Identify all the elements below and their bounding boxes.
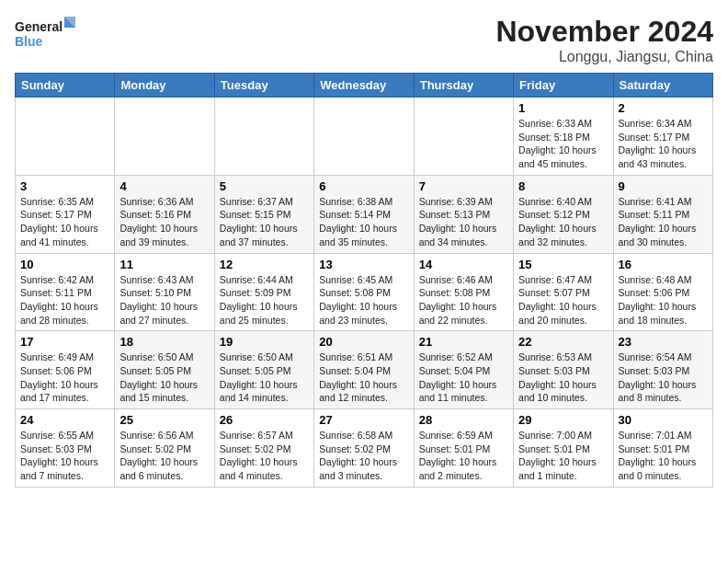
day-info: Sunrise: 6:39 AM Sunset: 5:13 PM Dayligh… [419,195,508,249]
logo-svg: General Blue [15,15,79,55]
calendar-header-row: SundayMondayTuesdayWednesdayThursdayFrid… [16,74,713,98]
calendar-header-thursday: Thursday [414,74,513,98]
calendar-cell: 2Sunrise: 6:34 AM Sunset: 5:17 PM Daylig… [613,98,712,176]
day-info: Sunrise: 6:36 AM Sunset: 5:16 PM Dayligh… [119,195,209,249]
calendar-week-3: 17Sunrise: 6:49 AM Sunset: 5:06 PM Dayli… [16,331,713,409]
day-number: 2 [619,101,708,115]
day-info: Sunrise: 6:37 AM Sunset: 5:15 PM Dayligh… [220,195,309,249]
day-info: Sunrise: 6:33 AM Sunset: 5:18 PM Dayligh… [518,117,608,171]
calendar-cell: 11Sunrise: 6:43 AM Sunset: 5:10 PM Dayli… [115,253,214,331]
day-number: 27 [319,413,408,427]
day-number: 25 [119,413,209,427]
calendar-cell: 14Sunrise: 6:46 AM Sunset: 5:08 PM Dayli… [414,253,513,331]
day-number: 22 [518,335,608,349]
day-number: 29 [518,413,608,427]
day-info: Sunrise: 6:42 AM Sunset: 5:11 PM Dayligh… [20,273,109,327]
day-info: Sunrise: 6:59 AM Sunset: 5:01 PM Dayligh… [419,429,508,483]
day-info: Sunrise: 6:50 AM Sunset: 5:05 PM Dayligh… [220,350,309,405]
day-number: 1 [518,101,608,115]
calendar-header-friday: Friday [514,74,613,98]
calendar-cell: 27Sunrise: 6:58 AM Sunset: 5:02 PM Dayli… [314,409,414,488]
calendar-cell: 4Sunrise: 6:36 AM Sunset: 5:16 PM Daylig… [115,175,214,253]
day-info: Sunrise: 7:00 AM Sunset: 5:01 PM Dayligh… [518,429,608,483]
day-info: Sunrise: 6:56 AM Sunset: 5:02 PM Dayligh… [119,429,209,483]
day-number: 24 [20,413,109,427]
calendar-cell: 5Sunrise: 6:37 AM Sunset: 5:15 PM Daylig… [214,175,313,253]
day-info: Sunrise: 6:44 AM Sunset: 5:09 PM Dayligh… [220,273,309,327]
day-number: 5 [220,179,309,193]
day-info: Sunrise: 6:55 AM Sunset: 5:03 PM Dayligh… [20,429,109,483]
day-number: 3 [20,179,109,193]
day-number: 26 [220,413,309,427]
calendar-cell: 12Sunrise: 6:44 AM Sunset: 5:09 PM Dayli… [214,253,313,331]
calendar-cell: 3Sunrise: 6:35 AM Sunset: 5:17 PM Daylig… [16,175,115,253]
page-header: General Blue November 2024 Longgu, Jiang… [15,15,713,65]
calendar-week-2: 10Sunrise: 6:42 AM Sunset: 5:11 PM Dayli… [16,253,713,331]
calendar-cell: 16Sunrise: 6:48 AM Sunset: 5:06 PM Dayli… [613,253,712,331]
calendar-week-4: 24Sunrise: 6:55 AM Sunset: 5:03 PM Dayli… [16,409,713,488]
day-number: 10 [20,258,109,271]
day-number: 19 [220,335,309,349]
calendar-cell: 24Sunrise: 6:55 AM Sunset: 5:03 PM Dayli… [16,409,115,488]
day-info: Sunrise: 6:57 AM Sunset: 5:02 PM Dayligh… [220,429,309,483]
day-info: Sunrise: 6:52 AM Sunset: 5:04 PM Dayligh… [419,350,508,405]
svg-text:General: General [15,19,63,34]
calendar-cell: 18Sunrise: 6:50 AM Sunset: 5:05 PM Dayli… [115,331,214,409]
day-number: 4 [119,179,209,193]
calendar-cell: 30Sunrise: 7:01 AM Sunset: 5:01 PM Dayli… [613,409,712,488]
month-title: November 2024 [495,15,713,49]
calendar-cell: 28Sunrise: 6:59 AM Sunset: 5:01 PM Dayli… [414,409,513,488]
calendar-cell: 7Sunrise: 6:39 AM Sunset: 5:13 PM Daylig… [414,175,513,253]
day-info: Sunrise: 6:47 AM Sunset: 5:07 PM Dayligh… [518,273,608,327]
day-number: 28 [419,413,508,427]
calendar-cell: 8Sunrise: 6:40 AM Sunset: 5:12 PM Daylig… [514,175,613,253]
calendar-cell: 21Sunrise: 6:52 AM Sunset: 5:04 PM Dayli… [414,331,513,409]
calendar-week-0: 1Sunrise: 6:33 AM Sunset: 5:18 PM Daylig… [16,98,713,176]
calendar-cell: 22Sunrise: 6:53 AM Sunset: 5:03 PM Dayli… [514,331,613,409]
day-number: 13 [319,258,408,271]
day-number: 21 [419,335,508,349]
day-number: 6 [319,179,408,193]
calendar-cell: 26Sunrise: 6:57 AM Sunset: 5:02 PM Dayli… [214,409,313,488]
day-number: 11 [119,258,209,271]
logo: General Blue [15,15,79,55]
calendar-cell [214,98,313,176]
calendar-header-tuesday: Tuesday [214,74,313,98]
day-info: Sunrise: 6:53 AM Sunset: 5:03 PM Dayligh… [518,350,608,405]
svg-text:Blue: Blue [15,34,43,49]
calendar-cell: 15Sunrise: 6:47 AM Sunset: 5:07 PM Dayli… [514,253,613,331]
day-info: Sunrise: 6:41 AM Sunset: 5:11 PM Dayligh… [619,195,708,249]
day-number: 12 [220,258,309,271]
calendar-cell: 20Sunrise: 6:51 AM Sunset: 5:04 PM Dayli… [314,331,414,409]
day-info: Sunrise: 6:50 AM Sunset: 5:05 PM Dayligh… [119,350,209,405]
day-number: 16 [619,258,708,271]
day-info: Sunrise: 6:40 AM Sunset: 5:12 PM Dayligh… [518,195,608,249]
calendar-cell: 23Sunrise: 6:54 AM Sunset: 5:03 PM Dayli… [613,331,712,409]
calendar-table: SundayMondayTuesdayWednesdayThursdayFrid… [15,73,713,488]
calendar-header-monday: Monday [115,74,214,98]
calendar-cell: 25Sunrise: 6:56 AM Sunset: 5:02 PM Dayli… [115,409,214,488]
calendar-week-1: 3Sunrise: 6:35 AM Sunset: 5:17 PM Daylig… [16,175,713,253]
day-info: Sunrise: 6:38 AM Sunset: 5:14 PM Dayligh… [319,195,408,249]
calendar-cell [314,98,414,176]
day-number: 30 [619,413,708,427]
calendar-cell [414,98,513,176]
calendar-cell: 19Sunrise: 6:50 AM Sunset: 5:05 PM Dayli… [214,331,313,409]
calendar-cell: 9Sunrise: 6:41 AM Sunset: 5:11 PM Daylig… [613,175,712,253]
location: Longgu, Jiangsu, China [495,49,713,65]
day-info: Sunrise: 6:48 AM Sunset: 5:06 PM Dayligh… [619,273,708,327]
calendar-cell [115,98,214,176]
calendar-header-sunday: Sunday [16,74,115,98]
day-info: Sunrise: 6:46 AM Sunset: 5:08 PM Dayligh… [419,273,508,327]
day-number: 9 [619,179,708,193]
calendar-cell: 29Sunrise: 7:00 AM Sunset: 5:01 PM Dayli… [514,409,613,488]
day-info: Sunrise: 6:51 AM Sunset: 5:04 PM Dayligh… [319,350,408,405]
calendar-cell: 10Sunrise: 6:42 AM Sunset: 5:11 PM Dayli… [16,253,115,331]
calendar-header-wednesday: Wednesday [314,74,414,98]
day-number: 8 [518,179,608,193]
day-number: 17 [20,335,109,349]
day-info: Sunrise: 7:01 AM Sunset: 5:01 PM Dayligh… [619,429,708,483]
title-block: November 2024 Longgu, Jiangsu, China [495,15,713,65]
day-number: 15 [518,258,608,271]
day-info: Sunrise: 6:35 AM Sunset: 5:17 PM Dayligh… [20,195,109,249]
